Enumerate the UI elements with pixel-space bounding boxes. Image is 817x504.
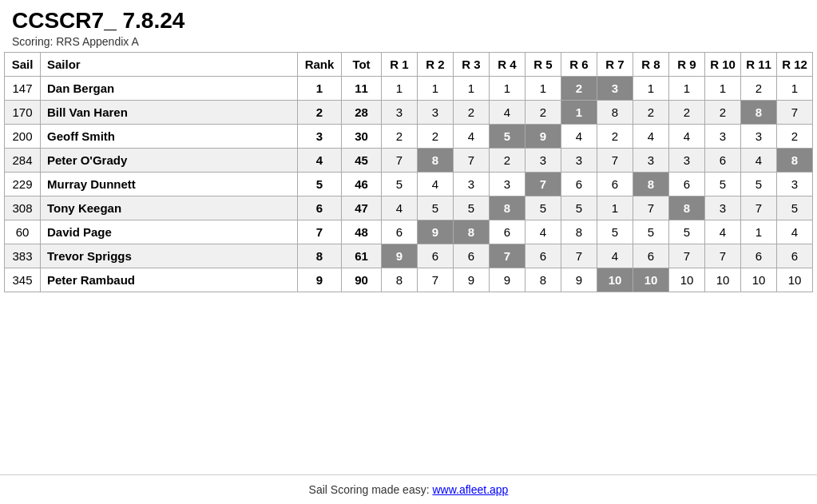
cell-r8: 2 [633, 101, 669, 125]
cell-tot: 90 [342, 268, 382, 292]
cell-r12: 10 [777, 268, 813, 292]
cell-rank: 4 [298, 149, 342, 173]
cell-r6: 5 [561, 196, 597, 220]
cell-r5: 7 [525, 173, 561, 196]
cell-r10: 4 [705, 220, 741, 244]
page-title: CCSCR7_ 7.8.24 [12, 8, 805, 34]
cell-r3: 1 [454, 77, 490, 101]
cell-rank: 3 [298, 125, 342, 149]
col-header-r4: R 4 [490, 53, 525, 77]
cell-rank: 8 [298, 244, 342, 268]
cell-tot: 28 [342, 101, 382, 125]
cell-rank: 1 [298, 77, 342, 101]
cell-r8: 8 [633, 173, 669, 196]
cell-rank: 9 [298, 268, 342, 292]
cell-r2: 4 [418, 173, 454, 196]
cell-tot: 11 [342, 77, 382, 101]
cell-r10: 10 [705, 268, 741, 292]
col-header-r3: R 3 [454, 53, 490, 77]
cell-sail: 170 [5, 101, 41, 125]
cell-r11: 7 [741, 196, 777, 220]
cell-r11: 6 [741, 244, 777, 268]
cell-r11: 8 [741, 101, 777, 125]
cell-r4: 7 [490, 244, 525, 268]
footer-text: Sail Scoring made easy: [309, 483, 433, 496]
cell-r7: 2 [597, 125, 633, 149]
cell-r5: 1 [525, 77, 561, 101]
col-header-r6: R 6 [561, 53, 597, 77]
cell-r4: 8 [490, 196, 525, 220]
table-row: 147Dan Bergan111111112311121 [5, 77, 813, 101]
cell-r4: 2 [490, 149, 525, 173]
cell-sailor: Trevor Spriggs [41, 244, 298, 268]
cell-r12: 6 [777, 244, 813, 268]
cell-r3: 8 [454, 220, 490, 244]
table-header-row: Sail Sailor Rank Tot R 1 R 2 R 3 R 4 R 5… [5, 53, 813, 77]
cell-sail: 229 [5, 173, 41, 196]
cell-r2: 9 [418, 220, 454, 244]
cell-r11: 1 [741, 220, 777, 244]
cell-r7: 6 [597, 173, 633, 196]
cell-r3: 7 [454, 149, 490, 173]
cell-r4: 3 [490, 173, 525, 196]
cell-r3: 5 [454, 196, 490, 220]
cell-r10: 2 [705, 101, 741, 125]
cell-r10: 1 [705, 77, 741, 101]
cell-r1: 5 [382, 173, 418, 196]
cell-r8: 1 [633, 77, 669, 101]
cell-r3: 9 [454, 268, 490, 292]
cell-r2: 5 [418, 196, 454, 220]
page-header: CCSCR7_ 7.8.24 Scoring: RRS Appendix A [0, 0, 817, 52]
col-header-r11: R 11 [741, 53, 777, 77]
col-header-sailor: Sailor [41, 53, 298, 77]
table-row: 383Trevor Spriggs861966767467766 [5, 244, 813, 268]
cell-r2: 8 [418, 149, 454, 173]
cell-r12: 3 [777, 173, 813, 196]
cell-r2: 1 [418, 77, 454, 101]
table-row: 345Peter Rambaud990879989101010101010 [5, 268, 813, 292]
cell-r12: 5 [777, 196, 813, 220]
cell-r5: 5 [525, 196, 561, 220]
cell-r9: 2 [669, 101, 705, 125]
table-row: 200Geoff Smith330224594244332 [5, 125, 813, 149]
cell-sail: 200 [5, 125, 41, 149]
cell-r10: 3 [705, 125, 741, 149]
cell-r9: 10 [669, 268, 705, 292]
cell-r11: 10 [741, 268, 777, 292]
cell-rank: 7 [298, 220, 342, 244]
cell-sailor: Murray Dunnett [41, 173, 298, 196]
cell-r11: 3 [741, 125, 777, 149]
cell-r11: 2 [741, 77, 777, 101]
col-header-tot: Tot [342, 53, 382, 77]
cell-r9: 3 [669, 149, 705, 173]
col-header-sail: Sail [5, 53, 41, 77]
table-row: 308Tony Keegan647455855178375 [5, 196, 813, 220]
cell-sail: 147 [5, 77, 41, 101]
cell-r9: 1 [669, 77, 705, 101]
cell-r10: 5 [705, 173, 741, 196]
cell-r5: 4 [525, 220, 561, 244]
cell-r1: 8 [382, 268, 418, 292]
table-row: 229Murray Dunnett546543376686553 [5, 173, 813, 196]
cell-r12: 8 [777, 149, 813, 173]
cell-r5: 3 [525, 149, 561, 173]
cell-r9: 5 [669, 220, 705, 244]
cell-r6: 2 [561, 77, 597, 101]
cell-r7: 3 [597, 77, 633, 101]
cell-r4: 4 [490, 101, 525, 125]
cell-r3: 3 [454, 173, 490, 196]
cell-tot: 45 [342, 149, 382, 173]
cell-r6: 7 [561, 244, 597, 268]
cell-sail: 284 [5, 149, 41, 173]
cell-r7: 5 [597, 220, 633, 244]
cell-r5: 6 [525, 244, 561, 268]
cell-rank: 5 [298, 173, 342, 196]
cell-r8: 5 [633, 220, 669, 244]
footer-link[interactable]: www.afleet.app [432, 483, 508, 496]
cell-r11: 5 [741, 173, 777, 196]
cell-sail: 60 [5, 220, 41, 244]
cell-tot: 47 [342, 196, 382, 220]
cell-sailor: Peter Rambaud [41, 268, 298, 292]
cell-r8: 10 [633, 268, 669, 292]
cell-r6: 9 [561, 268, 597, 292]
